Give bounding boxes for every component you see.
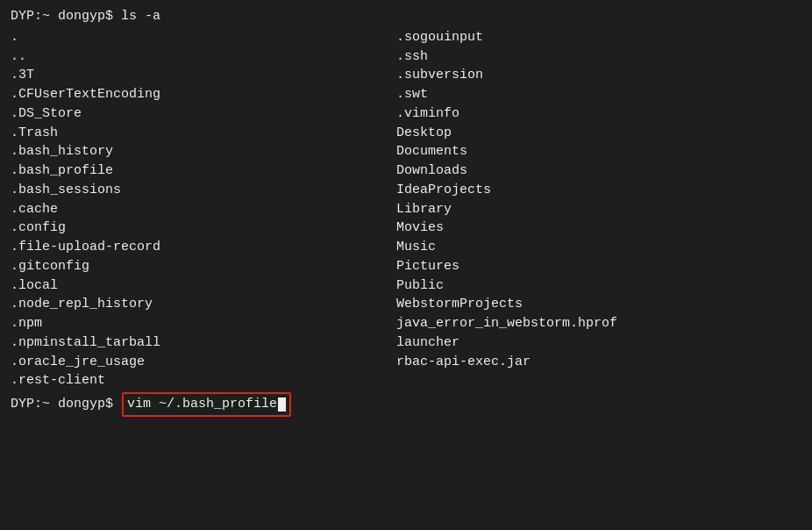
list-item: WebstormProjects [396, 295, 800, 314]
list-item: java_error_in_webstorm.hprof [396, 314, 800, 333]
left-column: ....3T.CFUserTextEncoding.DS_Store.Trash… [11, 28, 396, 390]
list-item: .npm [11, 314, 396, 333]
list-item: .viminfo [396, 104, 800, 124]
list-item: Library [396, 200, 800, 219]
list-item: rbac-api-exec.jar [396, 353, 800, 372]
list-item: .swt [396, 85, 800, 104]
list-item: Documents [396, 142, 800, 161]
list-item: .cache [11, 200, 396, 219]
list-item: .subversion [396, 66, 800, 85]
list-item: .bash_history [11, 142, 396, 161]
list-item: Public [396, 276, 800, 296]
list-item: .CFUserTextEncoding [11, 85, 396, 104]
list-item: Movies [396, 218, 800, 238]
ls-command-line: DYP:~ dongyp$ ls -a [11, 7, 801, 26]
list-item: IdeaProjects [396, 181, 800, 200]
list-item: .ssh [396, 47, 800, 67]
list-item: Music [396, 238, 800, 257]
ls-command-text: DYP:~ dongyp$ ls -a [11, 7, 160, 26]
list-item: .file-upload-record [11, 238, 396, 257]
list-item: .gitconfig [11, 257, 396, 276]
list-item: .oracle_jre_usage [11, 353, 396, 372]
command-input-text: vim ~/.bash_profile [127, 395, 277, 414]
terminal-window: DYP:~ dongyp$ ls -a ....3T.CFUserTextEnc… [0, 0, 812, 530]
cursor [278, 398, 286, 412]
list-item: .. [11, 47, 396, 67]
list-item: Downloads [396, 161, 800, 181]
list-item: .npminstall_tarball [11, 333, 396, 353]
list-item: .3T [11, 66, 396, 85]
list-item: .sogouinput [396, 28, 800, 47]
list-item: .DS_Store [11, 104, 396, 124]
list-item: .Trash [11, 124, 396, 143]
list-item: .config [11, 218, 396, 238]
list-item: .rest-client [11, 371, 396, 390]
list-item: .local [11, 276, 396, 296]
bottom-prompt-line[interactable]: DYP:~ dongyp$ vim ~/.bash_profile [11, 392, 801, 417]
list-item: .node_repl_history [11, 295, 396, 314]
ls-output: ....3T.CFUserTextEncoding.DS_Store.Trash… [11, 28, 801, 390]
list-item: launcher [396, 333, 800, 353]
list-item: .bash_sessions [11, 181, 396, 200]
list-item: Desktop [396, 124, 800, 143]
list-item: . [11, 28, 396, 47]
list-item: Pictures [396, 257, 800, 276]
right-column: .sogouinput.ssh.subversion.swt.viminfoDe… [396, 28, 800, 390]
command-input-box[interactable]: vim ~/.bash_profile [122, 392, 291, 417]
list-item: .bash_profile [11, 161, 396, 181]
bottom-prompt-prefix: DYP:~ dongyp$ [11, 395, 113, 414]
